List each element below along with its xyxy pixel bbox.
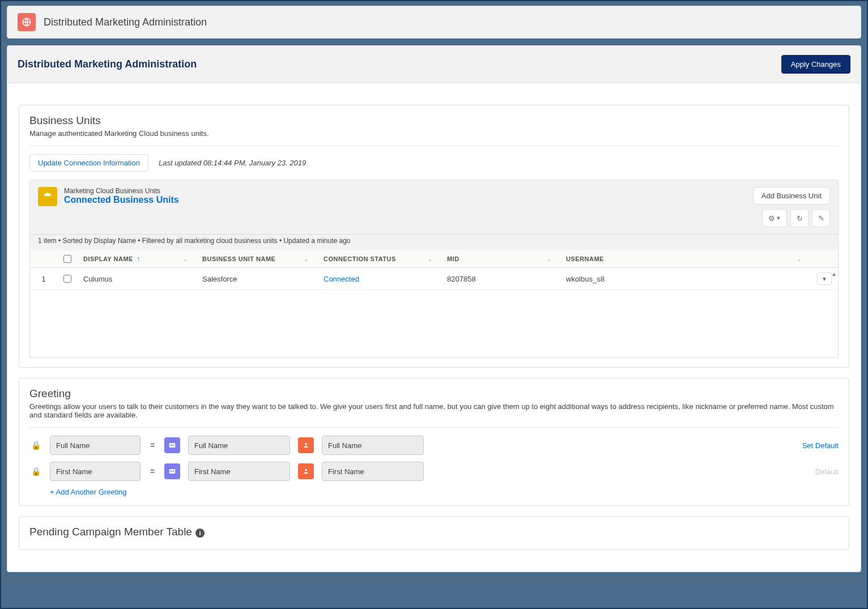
list-eyebrow: Marketing Cloud Business Units [64,187,179,195]
greeting-row: 🔒 First Name = First Name First Name [29,462,839,481]
chevron-down-icon[interactable]: ⌄ [427,255,436,263]
svg-rect-8 [173,470,175,471]
greeting-description: Greetings allow your users to talk to th… [29,402,839,419]
set-default-button[interactable]: Set Default [802,441,839,450]
chevron-down-icon[interactable]: ⌄ [304,255,313,263]
business-units-subtitle: Manage authenticated Marketing Cloud bus… [29,129,839,138]
refresh-button[interactable]: ↻ [790,209,809,227]
lock-icon: 🔒 [29,467,42,476]
svg-rect-9 [173,471,175,472]
greeting-row: 🔒 Full Name = Full Name Full Name S [29,436,839,455]
business-units-title: Business Units [29,114,839,127]
col-rownum [30,254,57,263]
list-header-icon [38,187,57,206]
col-label: MID [447,255,459,262]
divider [29,427,839,428]
chevron-down-icon: ▼ [776,215,781,221]
chevron-down-icon[interactable]: ⌄ [182,255,192,263]
pencil-icon: ✎ [818,214,824,223]
col-label: USERNAME [566,255,604,262]
chevron-down-icon[interactable]: ⌄ [797,255,806,263]
col-business-unit-name[interactable]: BUSINESS UNIT NAME ⌄ [197,251,318,267]
pending-title: Pending Campaign Member Table [29,526,192,538]
cell-business-unit-name: Salesforce [197,270,318,288]
row-checkbox[interactable] [63,275,71,283]
app-title: Distributed Marketing Administration [44,16,207,28]
greeting-label-field[interactable]: First Name [50,462,141,481]
col-connection-status[interactable]: CONNECTION STATUS ⌄ [318,251,441,267]
business-units-table: DISPLAY NAME↑ ⌄ BUSINESS UNIT NAME ⌄ CON… [29,250,839,358]
default-label: Default [815,467,839,476]
list-title: Connected Business Units [64,195,179,205]
chevron-down-icon: ▼ [822,276,827,282]
equals-icon: = [148,467,156,476]
list-meta: 1 item • Sorted by Display Name • Filter… [29,235,839,250]
svg-point-7 [171,470,172,472]
lead-badge-icon [298,463,314,479]
chevron-down-icon[interactable]: ⌄ [546,255,555,263]
scroll-up-icon: ▲ [831,271,837,277]
table-row[interactable]: 1 Culumus Salesforce Connected 8207858 w… [30,268,838,290]
cell-username: wkolbus_s8 [560,270,811,288]
col-label: CONNECTION STATUS [324,255,396,262]
col-display-name[interactable]: DISPLAY NAME↑ ⌄ [78,250,197,267]
list-header: Marketing Cloud Business Units Connected… [29,180,839,235]
greeting-lead-field[interactable]: First Name [322,462,424,481]
row-actions-button[interactable]: ▼ [817,272,832,285]
gear-icon: ⚙ [768,214,775,223]
contact-badge-icon [164,463,180,479]
sort-up-icon: ↑ [137,255,141,263]
svg-point-10 [305,469,307,471]
greeting-contact-field[interactable]: First Name [188,462,290,481]
cell-mid: 8207858 [441,270,560,288]
page-title-bar: Distributed Marketing Administration App… [7,46,861,83]
app-logo-icon [18,13,36,31]
page-title: Distributed Marketing Administration [18,58,197,70]
lock-icon: 🔒 [29,441,42,450]
col-username[interactable]: USERNAME ⌄ [560,251,811,267]
greeting-contact-field[interactable]: Full Name [188,436,290,455]
apply-changes-button[interactable]: Apply Changes [781,55,850,74]
svg-rect-3 [173,444,175,445]
col-label: BUSINESS UNIT NAME [202,255,275,262]
greeting-label-field[interactable]: Full Name [50,436,141,455]
list-settings-button[interactable]: ⚙ ▼ [762,209,787,227]
last-updated-text: Last updated 08:14:44 PM, January 23, 20… [159,159,306,167]
cell-connection-status[interactable]: Connected [318,270,441,288]
update-connection-button[interactable]: Update Connection Information [29,154,148,172]
info-icon[interactable]: i [195,529,205,538]
svg-rect-4 [173,445,175,446]
contact-badge-icon [164,437,180,453]
select-all-checkbox[interactable] [63,255,71,263]
greeting-title: Greeting [29,387,839,400]
lead-badge-icon [298,437,314,453]
divider [29,146,839,146]
equals-icon: = [148,441,156,450]
app-header: Distributed Marketing Administration [7,6,861,39]
svg-point-5 [305,443,307,445]
row-number: 1 [30,270,57,288]
add-another-greeting-link[interactable]: + Add Another Greeting [29,488,839,496]
greeting-lead-field[interactable]: Full Name [322,436,424,455]
svg-point-2 [171,444,172,446]
edit-button[interactable]: ✎ [812,209,830,227]
col-select-all[interactable] [57,250,78,267]
refresh-icon: ↻ [797,214,803,223]
cell-display-name: Culumus [78,270,197,288]
add-business-unit-button[interactable]: Add Business Unit [753,187,830,205]
col-mid[interactable]: MID ⌄ [441,251,560,267]
col-label: DISPLAY NAME [83,255,133,262]
